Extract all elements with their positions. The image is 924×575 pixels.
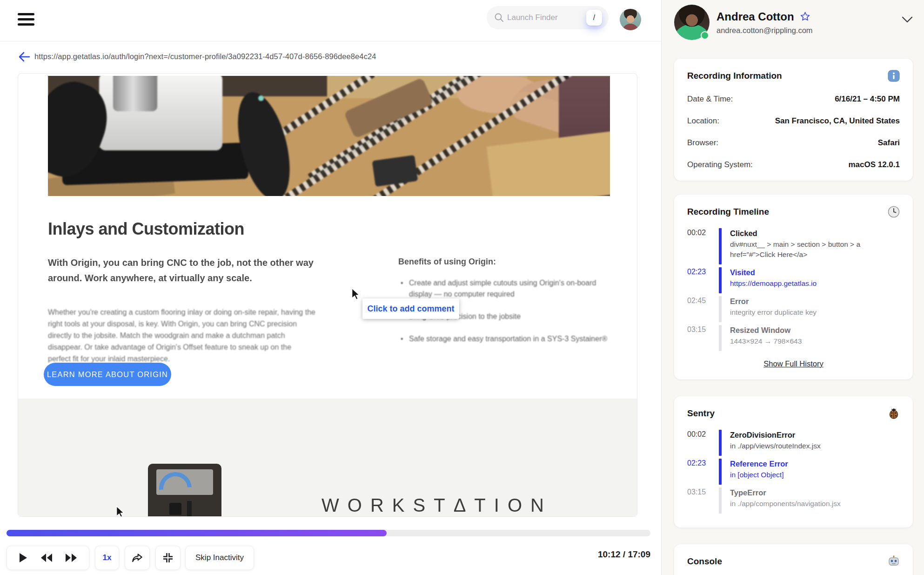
timeline-event[interactable]: 02:23 Visited https://demoapp.getatlas.i… <box>687 267 900 296</box>
recorded-page-url: https://app.getatlas.io/auth/login?next=… <box>34 52 376 61</box>
replay-hero-image <box>48 76 610 196</box>
launch-finder-search[interactable]: / <box>487 6 609 29</box>
event-desc: in ./app/views/routeIndex.jsx <box>730 441 900 451</box>
event-time: 00:02 <box>687 430 715 456</box>
info-label: Date & Time: <box>687 95 733 104</box>
rewind-button[interactable] <box>40 553 53 563</box>
collapse-player-button[interactable] <box>155 546 181 570</box>
info-label: Operating System: <box>687 160 753 169</box>
info-value: San Francisco, CA, United States <box>775 116 900 126</box>
play-icon <box>18 552 28 563</box>
play-button[interactable] <box>18 552 28 563</box>
event-desc: in [object Object] <box>730 470 900 480</box>
timeline-event[interactable]: 03:15 Resized Window 1443×924 → 798×643 <box>687 325 900 354</box>
workstation-logo: WORKSTΔTION <box>279 495 595 516</box>
event-bar <box>719 296 722 322</box>
show-full-history-link[interactable]: Show Full History <box>763 359 823 368</box>
current-user-avatar[interactable] <box>620 9 641 30</box>
search-icon <box>494 13 504 23</box>
fast-forward-button[interactable] <box>65 553 78 563</box>
transport-controls <box>7 546 89 570</box>
timeline-event[interactable]: 02:45 Error integrity error duplicate ke… <box>687 296 900 325</box>
info-row: Browser: Safari <box>687 138 900 148</box>
back-arrow-icon[interactable] <box>18 50 31 63</box>
visitor-avatar[interactable] <box>674 5 710 40</box>
info-row: Date & Time: 6/16/21 – 4:50 PM <box>687 95 900 104</box>
user-profile-header: Andrea Cotton andrea.cotton@rippling.com <box>662 0 924 40</box>
slash-shortcut-keycap: / <box>586 10 602 26</box>
event-time: 02:45 <box>687 296 715 322</box>
replay-viewport[interactable]: Inlays and Customization With Origin, yo… <box>18 73 637 517</box>
chevron-down-icon[interactable] <box>901 16 914 26</box>
menu-icon[interactable] <box>18 13 34 28</box>
event-desc: integrity error duplicate key <box>730 307 900 318</box>
info-row: Operating System: macOS 12.0.1 <box>687 160 900 169</box>
learn-more-button: LEARN MORE ABOUT ORIGIN <box>44 363 171 386</box>
event-bar <box>719 267 722 293</box>
info-label: Browser: <box>687 138 718 148</box>
visitor-email: andrea.cotton@rippling.com <box>716 26 813 35</box>
session-replay-app: / https://app.getatlas.io/auth/login?nex… <box>0 0 924 575</box>
event-time: 02:23 <box>687 459 715 485</box>
skip-inactivity-button[interactable]: Skip Inactivity <box>185 546 254 570</box>
search-input[interactable] <box>507 6 582 29</box>
event-title: Visited <box>730 267 900 277</box>
event-title: ZeroDivisionError <box>730 430 900 440</box>
event-bar <box>719 459 722 485</box>
rewind-icon <box>40 553 53 563</box>
share-button[interactable] <box>125 546 150 570</box>
share-arrow-icon <box>131 552 143 563</box>
origin-device-image <box>148 464 221 517</box>
info-icon <box>888 70 900 82</box>
console-title: Console <box>687 556 722 567</box>
replay-intro-bold: With Origin, you can bring CNC to the jo… <box>48 255 327 286</box>
recording-information-title: Recording Information <box>687 71 782 81</box>
online-status-dot <box>701 31 709 40</box>
event-desc: https://demoapp.getatlas.io <box>730 278 900 289</box>
viewer-cursor-icon <box>351 288 361 301</box>
replay-benefits-title: Benefits of using Origin: <box>398 257 496 267</box>
info-value: Safari <box>878 138 900 148</box>
event-desc: in ./app/components/navigation.jsx <box>730 499 900 509</box>
recording-information-card: Recording Information Date & Time: 6/16/… <box>674 59 913 181</box>
info-value: macOS 12.0.1 <box>848 160 900 169</box>
add-comment-tooltip: Click to add comment <box>362 298 459 319</box>
info-value: 6/16/21 – 4:50 PM <box>835 95 900 104</box>
compress-icon <box>162 552 174 564</box>
console-card: Console <box>674 544 913 575</box>
event-bar <box>719 228 722 264</box>
favorite-star-icon[interactable] <box>800 11 810 22</box>
replay-footer-section: WORKSTΔTION <box>18 399 637 517</box>
progress-fill[interactable] <box>7 530 387 536</box>
timeline-event[interactable]: 00:02 Clicked div#nuxt__ > main > sectio… <box>687 228 900 267</box>
robot-icon <box>888 555 900 568</box>
playback-time: 10:12 / 17:09 <box>596 549 650 560</box>
visitor-name: Andrea Cotton <box>716 10 794 23</box>
event-desc: div#nuxt__ > main > section > button > a… <box>730 239 900 260</box>
benefit-item: Create and adjust simple cutouts using O… <box>401 277 608 300</box>
recording-timeline-card: Recording Timeline 00:02 Clicked div#nux… <box>674 195 913 379</box>
event-desc: 1443×924 → 798×643 <box>730 336 900 346</box>
details-sidebar: Andrea Cotton andrea.cotton@rippling.com… <box>661 0 924 575</box>
recording-timeline-title: Recording Timeline <box>687 207 769 217</box>
recorded-cursor-icon <box>115 506 126 517</box>
event-bar <box>719 325 722 351</box>
replay-page-heading: Inlays and Customization <box>48 219 244 239</box>
event-title: Clicked <box>730 228 900 238</box>
info-label: Location: <box>687 116 719 126</box>
replay-intro-body: Whether you're creating a custom floorin… <box>48 306 315 365</box>
event-title: Reference Error <box>730 459 900 469</box>
event-time: 00:02 <box>687 228 715 264</box>
event-title: TypeError <box>730 487 900 498</box>
sentry-event[interactable]: 02:23 Reference Error in [object Object] <box>687 459 900 487</box>
playback-speed-button[interactable]: 1x <box>95 546 119 570</box>
sentry-card: Sentry 00:02 ZeroDivisionError <box>674 396 913 528</box>
playback-progress-track[interactable] <box>7 530 650 536</box>
benefit-item: Safe storage and easy transportation in … <box>401 333 608 345</box>
event-bar <box>719 430 722 456</box>
sentry-event[interactable]: 00:02 ZeroDivisionError in ./app/views/r… <box>687 430 900 459</box>
clock-icon <box>888 206 900 218</box>
sentry-event[interactable]: 03:15 TypeError in ./app/components/navi… <box>687 487 900 516</box>
event-title: Resized Window <box>730 325 900 335</box>
fast-forward-icon <box>65 553 78 563</box>
